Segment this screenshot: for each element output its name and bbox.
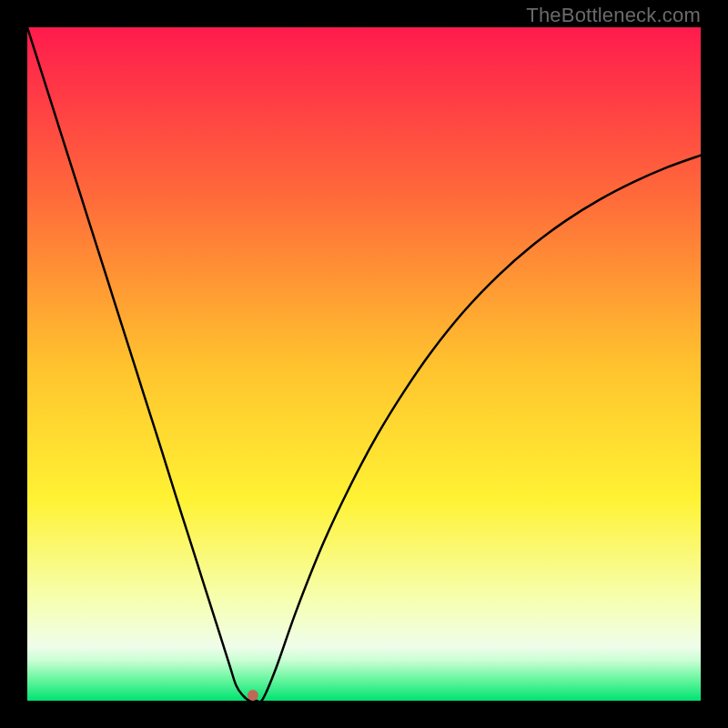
watermark-text: TheBottleneck.com [526, 4, 701, 27]
chart-frame: TheBottleneck.com [0, 0, 728, 728]
bottleneck-chart [27, 27, 701, 701]
gradient-background [27, 27, 701, 701]
plot-area [27, 27, 701, 701]
optimum-marker [248, 690, 258, 701]
